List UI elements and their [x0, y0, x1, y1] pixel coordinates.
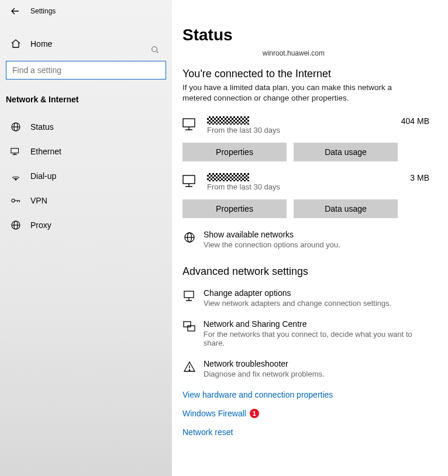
sharing-centre[interactable]: Network and Sharing Centre For the netwo… [182, 319, 434, 347]
search-container [6, 61, 166, 80]
show-networks-option[interactable]: Show available networks View the connect… [182, 230, 434, 249]
link-windows-firewall[interactable]: Windows Firewall 1 [182, 409, 259, 418]
ethernet-icon [11, 146, 21, 157]
svg-rect-12 [184, 291, 194, 298]
connected-heading: You're connected to the Internet [182, 68, 434, 80]
globe-icon [182, 231, 197, 244]
sidebar-item-label: Dial-up [30, 171, 56, 181]
proxy-icon [11, 220, 21, 230]
sidebar-item-label: Ethernet [30, 147, 61, 156]
home-icon [11, 39, 21, 49]
sidebar-item-ethernet[interactable]: Ethernet [0, 139, 172, 164]
network-block: From the last 30 days 404 MB Properties … [182, 116, 434, 161]
sidebar-item-dialup[interactable]: Dial-up [0, 164, 172, 188]
sidebar-item-status[interactable]: Status [0, 115, 172, 139]
svg-rect-13 [184, 322, 191, 327]
sidebar-item-vpn[interactable]: VPN [0, 188, 172, 213]
svg-point-15 [189, 370, 190, 371]
host-label: winroot.huawei.com [188, 49, 399, 57]
link-hardware-properties[interactable]: View hardware and connection properties [182, 390, 333, 399]
svg-rect-9 [183, 175, 195, 184]
adapter-options[interactable]: Change adapter options View network adap… [182, 288, 434, 308]
svg-rect-3 [11, 149, 19, 153]
sidebar-item-label: Proxy [30, 220, 51, 230]
advanced-heading: Advanced network settings [182, 265, 434, 278]
network-usage-value: 404 MB [401, 116, 434, 126]
titlebar: Settings [0, 0, 172, 22]
connected-desc: If you have a limited data plan, you can… [182, 82, 393, 104]
ethernet-adapter-icon [182, 118, 199, 132]
sidebar-item-proxy[interactable]: Proxy [0, 213, 172, 237]
dialup-icon [11, 171, 21, 181]
adapter-icon [182, 289, 197, 302]
data-usage-button[interactable]: Data usage [294, 143, 398, 161]
option-sub: Diagnose and fix network problems. [204, 370, 325, 378]
svg-rect-14 [188, 326, 195, 331]
option-sub: View network adapters and change connect… [204, 299, 391, 308]
home-label: Home [30, 39, 52, 49]
sidebar-section-label: Network & Internet [0, 90, 172, 115]
svg-rect-8 [183, 119, 195, 127]
properties-button[interactable]: Properties [182, 143, 287, 161]
data-usage-button[interactable]: Data usage [294, 199, 398, 218]
sharing-icon [182, 320, 197, 333]
sidebar-item-label: Status [30, 122, 54, 132]
link-label: Windows Firewall [182, 409, 246, 418]
svg-point-4 [15, 179, 16, 180]
network-troubleshooter[interactable]: Network troubleshooter Diagnose and fix … [182, 359, 434, 378]
network-usage-value: 3 MB [410, 173, 434, 182]
vpn-icon [11, 195, 21, 206]
page-title: Status [182, 26, 434, 44]
option-title: Network and Sharing Centre [204, 319, 434, 329]
search-input[interactable] [6, 61, 166, 80]
network-period: From the last 30 days [207, 182, 410, 191]
sidebar-item-label: VPN [30, 196, 47, 205]
network-period: From the last 30 days [207, 126, 401, 134]
app-title: Settings [30, 7, 56, 15]
network-block: From the last 30 days 3 MB Properties Da… [182, 173, 434, 218]
option-sub: View the connection options around you. [204, 240, 340, 249]
option-title: Change adapter options [204, 288, 391, 298]
ethernet-adapter-icon [182, 174, 199, 188]
properties-button[interactable]: Properties [182, 199, 287, 218]
svg-point-5 [12, 199, 15, 202]
back-icon[interactable] [11, 6, 20, 16]
option-title: Show available networks [204, 230, 340, 239]
alert-badge: 1 [250, 409, 259, 418]
network-name-redacted [207, 173, 249, 181]
link-network-reset[interactable]: Network reset [182, 427, 233, 437]
sidebar: Settings Home Network & Internet Status … [0, 0, 172, 476]
main-content: Status winroot.huawei.com You're connect… [172, 0, 448, 476]
sidebar-item-home[interactable]: Home [0, 32, 172, 56]
status-icon [11, 122, 21, 132]
warning-icon [182, 360, 197, 373]
option-title: Network troubleshooter [204, 359, 325, 368]
option-sub: For the networks that you connect to, de… [204, 330, 434, 347]
network-name-redacted [207, 116, 249, 125]
